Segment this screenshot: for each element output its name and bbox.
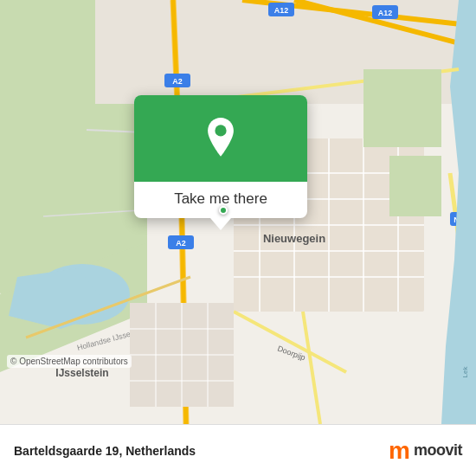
moovit-logo[interactable]: m moovit xyxy=(389,439,462,463)
copyright-text: © OpenStreetMap contributors xyxy=(7,355,132,368)
map-pin-dot xyxy=(219,206,228,215)
popup-green-header xyxy=(134,95,307,182)
svg-text:A2: A2 xyxy=(172,77,183,86)
svg-rect-50 xyxy=(389,156,441,216)
footer-address: Barteldsgaarde 19, Netherlands xyxy=(14,444,196,458)
popup-card: Take me there xyxy=(134,95,307,218)
svg-rect-2 xyxy=(0,0,95,69)
svg-text:Lek: Lek xyxy=(461,366,469,378)
svg-text:A12: A12 xyxy=(378,9,393,17)
svg-rect-49 xyxy=(363,69,441,147)
svg-text:IJsselstein: IJsselstein xyxy=(55,367,108,379)
svg-text:A2: A2 xyxy=(176,239,186,248)
svg-point-55 xyxy=(215,125,226,136)
map-container: A2 A2 A2 A12 A12 N408 Lek xyxy=(0,0,476,424)
svg-text:A12: A12 xyxy=(274,6,289,15)
moovit-brand-text: moovit xyxy=(414,441,462,460)
footer-bar: Barteldsgaarde 19, Netherlands m moovit xyxy=(0,424,476,476)
take-me-there-button[interactable]: Take me there xyxy=(174,190,267,208)
location-pin-icon xyxy=(200,118,241,159)
svg-text:Nieuwegein: Nieuwegein xyxy=(263,232,325,245)
address-info: Barteldsgaarde 19, Netherlands xyxy=(14,444,196,458)
moovit-m-icon: m xyxy=(389,439,410,463)
